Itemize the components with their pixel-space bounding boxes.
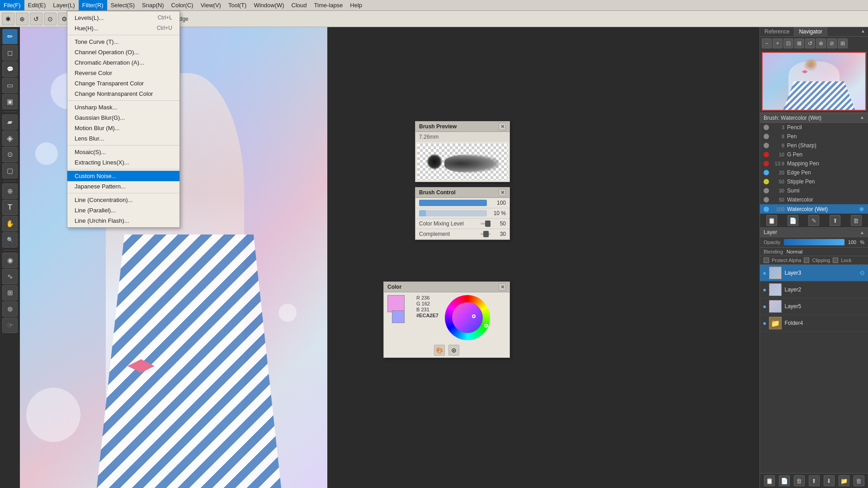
menu-help[interactable]: Help — [346, 0, 366, 10]
tool-blend[interactable]: ◉ — [2, 253, 18, 268]
tool-zoom[interactable]: 🔍 — [2, 232, 18, 248]
layer-footer-up[interactable]: ⬆ — [809, 475, 820, 486]
filter-gaussian[interactable]: Gaussian Blur(G)... — [67, 113, 179, 123]
nav-zoom-in[interactable]: + — [773, 38, 783, 48]
tool-speech[interactable]: 💬 — [2, 61, 18, 77]
color-secondary-swatch[interactable] — [392, 310, 405, 323]
tool-hand[interactable]: ✋ — [2, 216, 18, 231]
clipping-checkbox[interactable] — [804, 258, 809, 263]
color-palette-btn[interactable]: 🎨 — [434, 345, 445, 356]
brush-control-header[interactable]: Brush Control ✕ — [415, 188, 509, 198]
filter-hue[interactable]: Hue(H)... Ctrl+U — [67, 23, 179, 33]
filter-change-transparent[interactable]: Change Transparent Color — [67, 78, 179, 89]
brush-preview-header[interactable]: Brush Preview ✕ — [415, 122, 509, 132]
layer-footer-copy[interactable]: 📋 — [764, 475, 775, 486]
complement-thumb[interactable] — [483, 231, 489, 237]
tool-curve[interactable]: ∿ — [2, 269, 18, 284]
color-mixing-thumb[interactable] — [485, 221, 491, 227]
layer-visibility-layer2[interactable]: ● — [763, 286, 766, 293]
complement-track[interactable] — [481, 233, 491, 235]
filter-chromatic[interactable]: Chromatic Aberration (A)... — [67, 57, 179, 68]
menu-timelapse[interactable]: Time-lapse — [311, 0, 347, 10]
color-primary-swatch[interactable] — [387, 295, 405, 312]
brush-footer-btn-3[interactable]: ✎ — [808, 215, 819, 226]
filter-reverse[interactable]: Reverse Color — [67, 68, 179, 78]
layer-panel-collapse[interactable]: ▲ — [860, 230, 864, 235]
color-panel-header[interactable]: Color ✕ — [384, 282, 509, 292]
layer-item-folder4[interactable]: ● 📁 Folder4 — [760, 315, 868, 332]
filter-japanese[interactable]: Japanese Pattern... — [67, 181, 179, 192]
filter-change-nontransparent[interactable]: Change Nontransparent Color — [67, 89, 179, 99]
navigator-preview[interactable] — [762, 52, 866, 111]
lock-checkbox[interactable] — [833, 258, 838, 263]
brush-flow-track[interactable] — [419, 210, 487, 216]
brush-preview-close-button[interactable]: ✕ — [499, 123, 506, 130]
brush-item-sumi[interactable]: 30 Sumi — [760, 186, 868, 195]
filter-line-concentration[interactable]: Line (Concentration)... — [67, 195, 179, 205]
color-wheel-inner[interactable] — [452, 302, 483, 333]
menu-tool[interactable]: Tool(T) — [225, 0, 250, 10]
tool-select[interactable]: ▢ — [2, 163, 18, 178]
nav-fit-page[interactable]: ⊡ — [783, 38, 793, 48]
navigator-collapse[interactable]: ▲ — [858, 27, 868, 36]
filter-motion[interactable]: Motion Blur (M)... — [67, 123, 179, 133]
filter-tone-curve[interactable]: Tone Curve (T)... — [67, 37, 179, 47]
filter-lens[interactable]: Lens Blur... — [67, 133, 179, 144]
color-wheel-container[interactable] — [445, 295, 490, 340]
tool-pen[interactable]: ✏ — [2, 29, 18, 44]
layer-item-layer3[interactable]: ● Layer3 ⚙ — [760, 265, 868, 282]
layer-visibility-folder4[interactable]: ● — [763, 319, 766, 327]
opacity-bar[interactable] — [784, 239, 844, 245]
brush-control-close-button[interactable]: ✕ — [499, 189, 506, 196]
brush-item-mapping-pen[interactable]: 13.9 Mapping Pen — [760, 159, 868, 168]
brush-item-pencil[interactable]: 3 Pencil — [760, 123, 868, 132]
toolbar-btn-4[interactable]: ⊙ — [44, 13, 57, 25]
nav-fit-width[interactable]: ⊠ — [794, 38, 804, 48]
menu-color[interactable]: Color(C) — [168, 0, 197, 10]
brush-item-edge-pen[interactable]: 20 Edge Pen — [760, 168, 868, 177]
filter-custom-noise[interactable]: Custom Noise... — [67, 171, 179, 181]
tool-eyedrop[interactable]: ⊛ — [2, 301, 18, 317]
filter-levels[interactable]: Levels(L)... Ctrl+L — [67, 13, 179, 23]
layer-visibility-layer3[interactable]: ● — [763, 269, 766, 277]
filter-extracting[interactable]: Extracting Lines(X)... — [67, 157, 179, 168]
layer-footer-folder[interactable]: 📁 — [839, 475, 849, 486]
menu-file[interactable]: File(F) — [0, 0, 24, 10]
brush-item-watercolor-wet[interactable]: 100 Watercolor (Wet) ✱ — [760, 204, 868, 213]
toolbar-btn-3[interactable]: ↺ — [30, 13, 42, 25]
tool-gradient[interactable]: ▰ — [2, 114, 18, 130]
tool-fill[interactable]: ▣ — [2, 94, 18, 109]
layer-item-layer2[interactable]: ● Layer2 — [760, 282, 868, 298]
filter-unsharp[interactable]: Unsharp Mask... — [67, 102, 179, 113]
brush-item-pen-sharp[interactable]: 8 Pen (Sharp) — [760, 141, 868, 150]
brush-panel-collapse[interactable]: ▲ — [860, 115, 864, 121]
layer-footer-delete[interactable]: 🗑 — [794, 475, 805, 486]
filter-line-parallel[interactable]: Line (Parallel)... — [67, 205, 179, 216]
brush-footer-btn-5[interactable]: 🗑 — [851, 215, 862, 226]
tab-reference[interactable]: Reference — [760, 27, 794, 36]
brush-opacity-track[interactable] — [419, 200, 487, 206]
tool-eraser[interactable]: ◻ — [2, 45, 18, 61]
toolbar-btn-1[interactable]: ✱ — [2, 13, 14, 25]
layer-item-layer5[interactable]: ● Layer5 — [760, 298, 868, 315]
color-wheel[interactable] — [445, 295, 490, 340]
tool-text[interactable]: T — [2, 200, 18, 215]
brush-item-watercolor[interactable]: 50 Watercolor — [760, 195, 868, 204]
brush-item-pen[interactable]: 8 Pen — [760, 132, 868, 141]
color-mixing-track[interactable] — [481, 223, 491, 225]
tool-ruler[interactable]: ⊞ — [2, 285, 18, 300]
menu-select[interactable]: Select(S) — [107, 0, 138, 10]
brush-footer-btn-1[interactable]: 📋 — [766, 215, 777, 226]
tool-paint[interactable]: ◈ — [2, 131, 18, 146]
tool-lasso[interactable]: ⊙ — [2, 147, 18, 162]
color-panel-close-button[interactable]: ✕ — [499, 283, 506, 291]
brush-item-g-pen[interactable]: 10 G Pen — [760, 150, 868, 159]
tool-move[interactable]: ⊕ — [2, 183, 18, 199]
layer-footer-down[interactable]: ⬇ — [824, 475, 835, 486]
toolbar-btn-2[interactable]: ⊕ — [16, 13, 28, 25]
tool-select-rect[interactable]: ▭ — [2, 78, 18, 93]
menu-view[interactable]: View(V) — [197, 0, 225, 10]
filter-mosaic[interactable]: Mosaic(S)... — [67, 147, 179, 157]
layer-footer-new[interactable]: 📄 — [779, 475, 790, 486]
nav-zoom-out[interactable]: − — [762, 38, 772, 48]
